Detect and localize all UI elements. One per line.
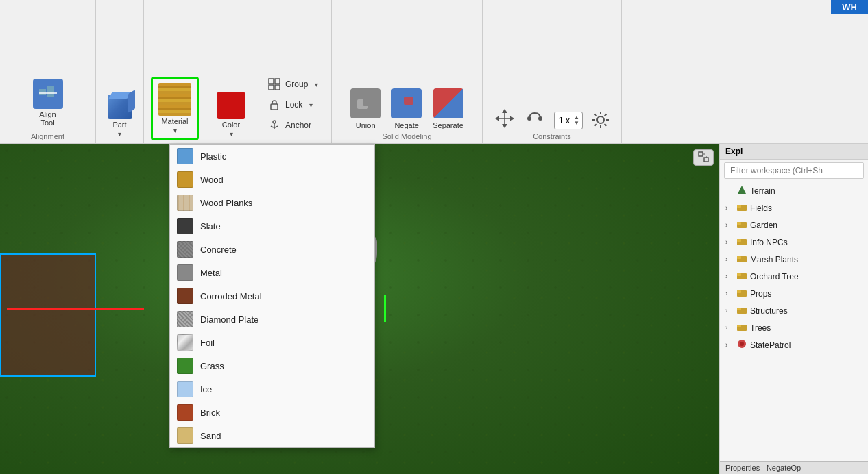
separate-icon — [433, 88, 463, 118]
material-swatch — [177, 381, 193, 397]
green-arrow — [384, 295, 386, 322]
tree-item-label: Garden — [750, 221, 777, 230]
material-option-label: Sand — [200, 431, 221, 441]
tree-item-icon — [736, 236, 747, 249]
tree-expand-arrow[interactable]: › — [725, 341, 734, 349]
svg-rect-33 — [737, 239, 741, 242]
constraints-label: Constraints — [494, 132, 610, 140]
explorer-panel: Expl Terrain›Fields›Garden›Info NPCs›Mar… — [719, 144, 868, 474]
material-swatch — [177, 148, 193, 164]
tree-expand-arrow[interactable]: › — [725, 324, 734, 332]
tree-item-structures[interactable]: ›Structures — [720, 302, 868, 319]
viewport-expand-button[interactable] — [693, 149, 714, 166]
material-section: Material ▾ — [144, 0, 206, 143]
svg-marker-16 — [510, 116, 514, 121]
tree-item-fields[interactable]: ›Fields — [720, 199, 868, 216]
tree-item-info-npcs[interactable]: ›Info NPCs — [720, 234, 868, 251]
material-option-wood-planks[interactable]: Wood Planks — [170, 191, 374, 214]
tree-item-garden[interactable]: ›Garden — [720, 216, 868, 234]
material-option-label: Grass — [200, 361, 224, 371]
svg-rect-3 — [269, 79, 274, 84]
tree-item-label: Info NPCs — [750, 238, 788, 247]
explorer-title: Expl — [725, 147, 743, 156]
union-button[interactable]: Union — [350, 88, 381, 129]
tree-item-statepatrol[interactable]: ›StatePatrol — [720, 336, 868, 353]
tree-item-icon — [736, 321, 747, 334]
svg-rect-7 — [271, 104, 278, 110]
solid-modeling-label: Solid Modeling — [343, 132, 471, 140]
tree-expand-arrow[interactable]: › — [725, 290, 734, 297]
tree-expand-arrow[interactable]: › — [725, 238, 734, 246]
tree-expand-arrow[interactable]: › — [725, 204, 734, 212]
material-option-plastic[interactable]: Plastic — [170, 145, 374, 168]
multiplier-spinner[interactable]: ▲ ▼ — [574, 115, 579, 126]
tree-item-icon — [736, 287, 747, 300]
tree-item-props[interactable]: ›Props — [720, 285, 868, 302]
tree-item-orchard-tree[interactable]: ›Orchard Tree — [720, 268, 868, 285]
svg-rect-43 — [737, 325, 741, 327]
material-option-foil[interactable]: Foil — [170, 331, 374, 354]
filter-input[interactable] — [724, 162, 864, 179]
part-icon — [108, 95, 132, 119]
group-section: Group ▾ Lock ▾ Anchor — [256, 0, 332, 143]
material-option-sand[interactable]: Sand — [170, 424, 374, 447]
material-swatch — [177, 334, 193, 351]
material-swatch — [177, 264, 193, 281]
lock-button[interactable]: Lock ▾ — [265, 97, 323, 113]
color-button[interactable]: Color ▾ — [213, 89, 249, 140]
anchor-icon — [267, 118, 281, 132]
lock-arrow: ▾ — [309, 101, 313, 109]
material-option-diamond-plate[interactable]: Diamond Plate — [170, 308, 374, 331]
tree-item-label: Structures — [750, 306, 788, 316]
material-option-ice[interactable]: Ice — [170, 377, 374, 401]
red-arrow-horizontal — [7, 308, 144, 310]
material-option-wood[interactable]: Wood — [170, 168, 374, 191]
svg-rect-23 — [699, 152, 703, 156]
separate-button[interactable]: Separate — [433, 88, 463, 129]
tree-item-label: Props — [750, 289, 771, 299]
multiplier-control[interactable]: 1 x ▲ ▼ — [554, 112, 583, 129]
union-label: Union — [356, 121, 376, 129]
material-option-grass[interactable]: Grass — [170, 354, 374, 377]
svg-point-20 — [527, 116, 531, 121]
constraint-gear[interactable] — [591, 110, 610, 129]
tree-item-icon — [736, 304, 747, 317]
group-icon — [267, 77, 281, 91]
align-tool-button[interactable]: AlignTool — [29, 76, 67, 129]
material-option-label: Diamond Plate — [200, 314, 258, 325]
material-option-label: Ice — [200, 384, 212, 395]
tree-item-terrain[interactable]: Terrain — [720, 182, 868, 199]
svg-rect-13 — [404, 97, 413, 105]
explorer-tree: Terrain›Fields›Garden›Info NPCs›Marsh Pl… — [720, 182, 868, 471]
material-option-brick[interactable]: Brick — [170, 401, 374, 424]
tree-expand-arrow[interactable]: › — [725, 273, 734, 280]
tree-expand-arrow[interactable]: › — [725, 255, 734, 263]
material-option-corroded-metal[interactable]: Corroded Metal — [170, 284, 374, 308]
properties-bar: Properties - NegateOp — [720, 461, 868, 474]
svg-point-22 — [597, 116, 604, 123]
tree-item-trees[interactable]: ›Trees — [720, 319, 868, 336]
material-button[interactable]: Material ▾ — [151, 77, 199, 140]
svg-point-8 — [273, 121, 276, 123]
separate-label: Separate — [433, 121, 463, 129]
part-section: Part ▾ — [96, 0, 144, 143]
negate-button[interactable]: Negate — [391, 88, 422, 129]
material-option-metal[interactable]: Metal — [170, 261, 374, 284]
svg-marker-18 — [502, 109, 507, 113]
wh-label: WH — [831, 0, 868, 14]
anchor-button[interactable]: Anchor — [265, 117, 323, 134]
part-button[interactable]: Part ▾ — [104, 92, 136, 140]
tree-expand-arrow[interactable]: › — [725, 307, 734, 314]
solid-modeling-section: Union Negate Separate Solid Modeling — [332, 0, 483, 143]
tree-item-marsh-plants[interactable]: ›Marsh Plants — [720, 251, 868, 268]
material-dropdown: PlasticWoodWood PlanksSlateConcreteMetal… — [169, 144, 375, 448]
tree-expand-arrow[interactable]: › — [725, 221, 734, 229]
material-option-label: Slate — [200, 221, 221, 232]
union-icon — [350, 88, 381, 118]
material-option-slate[interactable]: Slate — [170, 214, 374, 238]
part-dropdown-arrow: ▾ — [118, 130, 121, 138]
material-option-concrete[interactable]: Concrete — [170, 238, 374, 261]
spinner-down[interactable]: ▼ — [574, 121, 579, 126]
svg-rect-1 — [47, 86, 54, 97]
group-button[interactable]: Group ▾ — [265, 76, 323, 92]
